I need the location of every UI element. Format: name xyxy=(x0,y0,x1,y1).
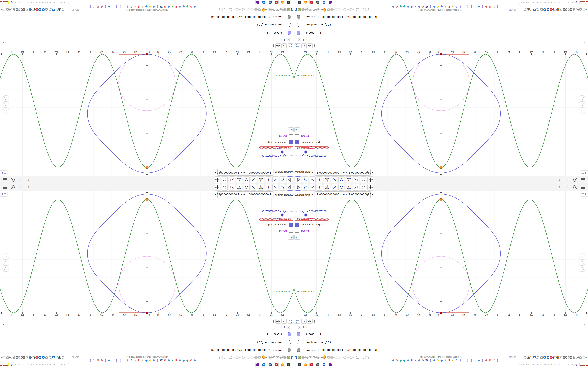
ext-greendot-icon[interactable] xyxy=(0,8,3,11)
gauge-icon[interactable] xyxy=(272,355,276,359)
favicon[interactable]: ⚙ xyxy=(488,5,492,8)
favicon[interactable]: Я xyxy=(410,5,414,8)
favicon[interactable]: W xyxy=(425,359,428,362)
kebab-menu-icon[interactable] xyxy=(314,319,315,324)
tool-polygon[interactable] xyxy=(324,184,330,191)
favicon[interactable]: G xyxy=(152,359,156,362)
favicon[interactable]: f xyxy=(93,5,96,8)
arc-length-slider-handle[interactable] xyxy=(281,213,284,217)
taskbar-app-4[interactable]: ▤ xyxy=(316,363,320,367)
favicon[interactable]: G xyxy=(432,359,436,362)
fx-button[interactable]: fx xyxy=(281,43,287,48)
taskbar-app-1[interactable]: ▣ xyxy=(297,0,302,4)
algebra-expression[interactable]: curves = {} xyxy=(305,32,321,35)
algebra-row-3[interactable]: funcs = {1.000000000000 + cos(4.00000000… xyxy=(0,13,294,21)
algebra-row-1[interactable]: curves = {} xyxy=(0,29,294,37)
favicon[interactable]: ♥ xyxy=(171,5,174,8)
circ-icon[interactable] xyxy=(241,355,245,359)
visibility-marble[interactable] xyxy=(287,15,291,19)
globe-icon[interactable] xyxy=(268,8,272,12)
circ-icon[interactable] xyxy=(235,8,239,12)
curvature-function-dropdown[interactable]: 1.000000000000 + cos(4.000000000000 x) xyxy=(217,169,273,176)
circ-icon[interactable] xyxy=(235,355,239,359)
favicon[interactable] xyxy=(474,5,477,8)
collapse-button[interactable]: − xyxy=(298,326,301,329)
circ-icon[interactable] xyxy=(241,8,245,12)
algebra-row-2[interactable]: funcNames = {“ ”} xyxy=(294,21,588,29)
ring-icon[interactable] xyxy=(297,355,301,359)
circ-icon[interactable] xyxy=(349,8,353,12)
algebra-expression[interactable]: funcs = {1.000000000000 + cos(4.00000000… xyxy=(305,349,378,352)
algebra-expression[interactable]: curves = {} xyxy=(305,332,321,335)
taskbar-app-6[interactable]: ● xyxy=(328,0,332,4)
algebra-expression[interactable]: funcs = {1.000000000000 + cos(4.00000000… xyxy=(210,349,283,352)
visibility-marble[interactable] xyxy=(287,332,291,336)
taskbar-app-4[interactable]: ▤ xyxy=(268,0,272,4)
curvature-function-dropdown[interactable]: 1.000000000000 + cos(4.000000000000 x) xyxy=(315,191,371,198)
favicon[interactable]: i xyxy=(444,5,447,8)
algebra-expression[interactable]: funcs = {1.000000000000 + cos(4.00000000… xyxy=(305,16,378,19)
home-button[interactable]: ⌂ xyxy=(579,253,585,259)
favicon[interactable] xyxy=(156,359,159,362)
tool-move-graphics[interactable] xyxy=(367,176,373,183)
tool-line[interactable] xyxy=(272,176,278,183)
visibility-marble[interactable] xyxy=(297,348,301,352)
zoom-out-button[interactable] xyxy=(3,96,9,101)
taskbar-app-1[interactable]: ▣ xyxy=(297,363,302,367)
graphics-view[interactable] xyxy=(294,50,588,176)
tool-point[interactable]: A xyxy=(302,176,308,183)
globe-icon[interactable] xyxy=(254,8,258,12)
favicon[interactable] xyxy=(111,359,114,362)
favicon[interactable]: Я xyxy=(175,5,178,8)
tool-move-graphics[interactable] xyxy=(367,184,373,191)
lock-icon[interactable] xyxy=(365,8,369,12)
list-group-header[interactable]: − List xyxy=(0,37,294,42)
undo-icon[interactable]: ↶ xyxy=(559,178,562,182)
ext-greendot-icon[interactable] xyxy=(585,8,588,11)
favicon[interactable] xyxy=(89,5,92,8)
favicon[interactable]: i xyxy=(141,359,144,362)
address-bar-url[interactable]: https://www.geogebra.org/classic/aagcxh3… xyxy=(126,356,168,358)
tool-angle[interactable] xyxy=(236,176,242,183)
zoom-in-button[interactable] xyxy=(579,260,585,266)
circ-icon[interactable] xyxy=(247,8,251,12)
tool-move-select[interactable] xyxy=(287,176,293,183)
favicon[interactable] xyxy=(466,5,469,8)
gauge-icon[interactable] xyxy=(276,8,279,12)
favicon[interactable]: f xyxy=(492,5,495,8)
globe-icon[interactable] xyxy=(305,355,309,359)
algebra-row-3[interactable]: funcs = {1.000000000000 + cos(4.00000000… xyxy=(294,13,588,21)
globe-icon[interactable] xyxy=(279,8,283,12)
favicon[interactable]: ◉ xyxy=(440,359,443,362)
settings-gear-button[interactable] xyxy=(307,319,312,324)
favicon[interactable]: G xyxy=(190,5,193,8)
tool-reflect-about-line[interactable] xyxy=(353,176,359,183)
taskbar-app-6[interactable]: ● xyxy=(328,363,332,367)
page-zoom-badge[interactable]: 81% xyxy=(75,356,79,358)
undo-icon[interactable]: ↶ xyxy=(26,185,29,189)
favicon[interactable]: ▲ xyxy=(134,359,137,362)
graphics-stylebar-button[interactable] xyxy=(581,192,588,196)
favicon[interactable]: G xyxy=(436,359,440,362)
list-group-header[interactable]: − List xyxy=(294,325,588,330)
favicon[interactable]: G xyxy=(485,5,488,8)
tool-slider[interactable]: a=2 xyxy=(360,184,366,191)
favicon[interactable]: i xyxy=(141,5,144,8)
favicon[interactable]: W xyxy=(160,5,163,8)
favicon[interactable]: G xyxy=(436,5,440,8)
favicon[interactable]: ❖ xyxy=(107,359,111,362)
zoom-out-button[interactable] xyxy=(579,96,585,101)
favicon[interactable]: G xyxy=(485,359,488,362)
favicon[interactable]: G xyxy=(417,359,421,362)
tool-perpendicular-line[interactable] xyxy=(317,184,323,191)
favicon[interactable] xyxy=(466,359,469,362)
globe-icon[interactable] xyxy=(316,355,320,359)
zoom-in-button[interactable] xyxy=(3,101,9,107)
visibility-marble[interactable] xyxy=(287,341,291,344)
favicon[interactable]: G xyxy=(100,5,104,8)
tool-polygon[interactable] xyxy=(258,184,264,191)
algebra-row-2[interactable]: funcNames = {“ ”} xyxy=(0,21,294,29)
ext-greendot-icon[interactable] xyxy=(585,356,588,359)
visibility-marble[interactable] xyxy=(297,31,301,35)
bookmarks-overflow-chevron[interactable]: ^ xyxy=(2,359,3,362)
